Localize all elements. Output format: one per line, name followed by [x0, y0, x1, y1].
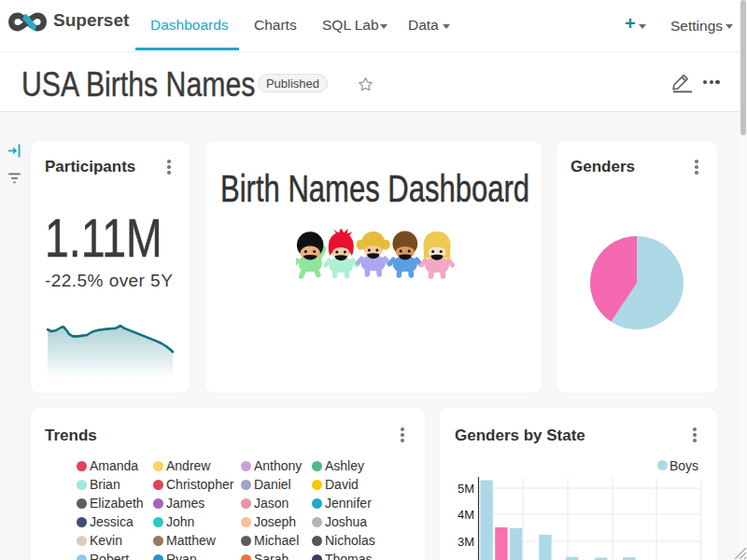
svg-text:4M: 4M — [458, 508, 474, 522]
svg-text:5M: 5M — [458, 482, 474, 496]
svg-text:3M: 3M — [458, 535, 474, 549]
